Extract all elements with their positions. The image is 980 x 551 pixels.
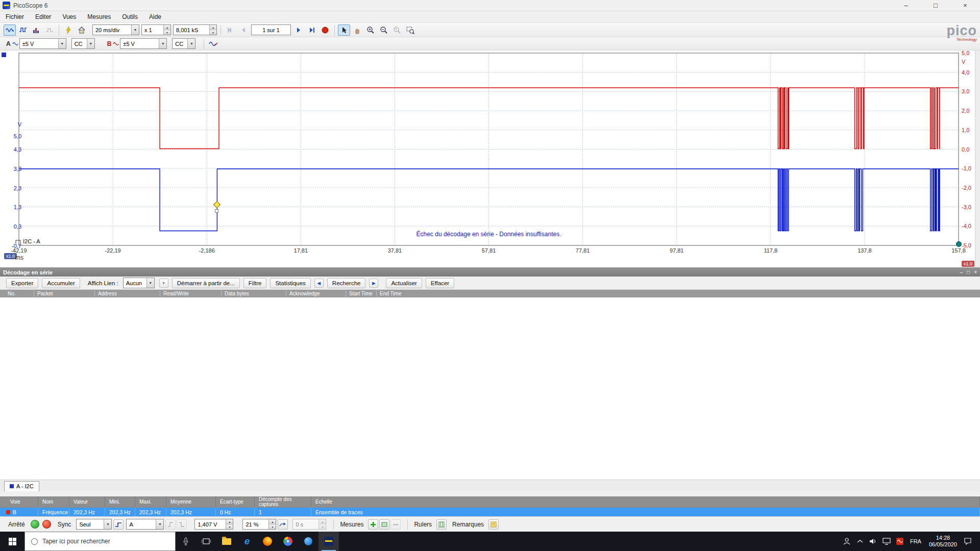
delete-measure-icon[interactable] [390, 519, 401, 530]
buffer-next-icon[interactable] [292, 24, 305, 36]
spectrum-view-icon[interactable] [30, 24, 42, 36]
channel-a-coupling-select[interactable]: CC ▼ [71, 38, 95, 49]
start-button[interactable] [0, 532, 24, 551]
edit-measure-icon[interactable] [379, 519, 389, 530]
col-readwrite[interactable]: Read/Write [160, 291, 221, 296]
scope-view[interactable]: Échec du décodage en série - Données ins… [0, 51, 980, 267]
rulers-icon[interactable] [436, 519, 447, 530]
col-starttime[interactable]: Start Time [346, 291, 376, 296]
spin-up-icon[interactable]: ▲ [269, 519, 276, 524]
buffer-last-icon[interactable] [306, 24, 318, 36]
col-voie[interactable]: Voie [0, 496, 38, 508]
col-databytes[interactable]: Data bytes [221, 291, 286, 296]
buffer-prev-icon[interactable] [237, 24, 250, 36]
scope-view-icon[interactable] [4, 24, 16, 36]
col-endtime[interactable]: End Time [376, 291, 980, 296]
col-no[interactable]: No. [0, 291, 34, 296]
add-measure-icon[interactable] [368, 519, 378, 530]
edge-icon[interactable]: e [237, 532, 257, 551]
language-indicator[interactable]: FRA [908, 538, 924, 544]
channel-b-range-select[interactable]: ±5 V ▼ [120, 38, 167, 49]
close-button[interactable]: × [950, 0, 980, 11]
channel-a-range-select[interactable]: ±5 V ▼ [19, 38, 66, 49]
menu-outils[interactable]: Outils [116, 12, 143, 22]
spin-down-icon[interactable]: ▼ [319, 524, 326, 529]
channel-a-axis-marker[interactable] [2, 53, 6, 57]
hand-tool-icon[interactable] [351, 24, 363, 36]
spin-down-icon[interactable]: ▼ [210, 30, 216, 35]
picoscope-tray-icon[interactable] [894, 534, 905, 548]
buffer-index-field[interactable]: 1 sur 1 [251, 24, 291, 35]
timebase-select[interactable]: 20 ms/div ▼ [92, 24, 139, 35]
tab-a-i2c[interactable]: A - I2C [4, 481, 39, 491]
persistence-view-icon[interactable] [43, 24, 56, 36]
chevron-up-icon[interactable] [854, 534, 866, 548]
col-ecart-type[interactable]: Écart-type [216, 496, 255, 508]
channel-b-coupling-select[interactable]: CC ▼ [172, 38, 195, 49]
col-valeur[interactable]: Valeur [69, 496, 105, 508]
col-acknowledge[interactable]: Acknowledge [286, 291, 346, 296]
menu-editer[interactable]: Editer [30, 12, 57, 22]
col-nom[interactable]: Nom [38, 496, 69, 508]
undo-zoom-icon[interactable] [391, 24, 403, 36]
decode-table-body[interactable] [0, 297, 980, 480]
panel-minimize-icon[interactable]: – [960, 269, 963, 275]
statistics-button[interactable]: Statistiques [270, 278, 310, 288]
trigger-delay-stepper[interactable]: 0 s ▲▼ [292, 519, 326, 530]
menu-fichier[interactable]: Fichier [0, 12, 30, 22]
col-packet[interactable]: Packet [34, 291, 94, 296]
search-next-icon[interactable]: ▶ [369, 279, 378, 288]
zoom-out-icon[interactable] [378, 24, 390, 36]
task-view-icon[interactable] [196, 532, 216, 551]
trigger-arrow-icon[interactable] [278, 519, 288, 530]
menu-vues[interactable]: Vues [57, 12, 82, 22]
people-icon[interactable] [841, 534, 852, 548]
clear-button[interactable]: Effacer [426, 278, 454, 288]
signal-generator-icon[interactable] [207, 38, 219, 49]
file-explorer-icon[interactable] [216, 532, 237, 551]
trigger-handle[interactable] [215, 209, 218, 213]
samples-stepper[interactable]: 8,001 kS ▲▼ [173, 24, 217, 35]
menu-aide[interactable]: Aide [143, 12, 167, 22]
spin-down-icon[interactable]: ▼ [164, 30, 170, 35]
col-mini[interactable]: Mini. [105, 496, 135, 508]
buffer-first-icon[interactable] [224, 24, 236, 36]
spin-up-icon[interactable]: ▲ [226, 519, 233, 524]
col-address[interactable]: Address [94, 291, 160, 296]
pretrigger-stepper[interactable]: 21 % ▲▼ [242, 519, 276, 530]
advanced-trigger-icon[interactable] [113, 519, 124, 530]
home-icon[interactable] [76, 24, 88, 36]
spin-down-icon[interactable]: ▼ [269, 524, 276, 529]
spin-down-icon[interactable]: ▼ [226, 524, 233, 529]
falling-edge-icon[interactable] [177, 519, 187, 530]
trigger-level-stepper[interactable]: 1,407 V ▲▼ [194, 519, 233, 530]
zoom-factor-stepper[interactable]: x 1 ▲▼ [141, 24, 171, 35]
spin-up-icon[interactable]: ▲ [210, 25, 216, 30]
menu-mesures[interactable]: Mesures [82, 12, 116, 22]
firefox-icon[interactable] [257, 532, 278, 551]
search-button[interactable]: Recherche [327, 278, 366, 288]
taskbar-search-input[interactable]: Taper ici pour rechercher [24, 532, 176, 551]
start-capture-icon[interactable] [31, 520, 39, 529]
marquee-zoom-icon[interactable] [404, 24, 416, 36]
spin-up-icon[interactable]: ▲ [319, 519, 326, 524]
trigger-mode-select[interactable]: Seul ▼ [76, 519, 112, 530]
chrome-icon[interactable] [278, 532, 298, 551]
col-moyenne[interactable]: Moyenne [166, 496, 216, 508]
notes-icon[interactable] [488, 519, 499, 530]
rising-edge-icon[interactable] [165, 519, 176, 530]
link-select[interactable]: Aucun ▼ [123, 278, 155, 288]
add-link-button[interactable]: + [159, 279, 168, 288]
picoscope-taskbar-icon[interactable] [318, 532, 339, 551]
buffer-overview-icon[interactable] [319, 24, 331, 36]
spin-up-icon[interactable]: ▲ [164, 25, 170, 30]
app-icon[interactable] [298, 532, 318, 551]
auto-setup-icon[interactable] [62, 24, 75, 36]
scope-scrollbar[interactable] [975, 51, 980, 267]
cursor-tool-icon[interactable] [338, 24, 350, 36]
action-center-icon[interactable] [962, 534, 973, 548]
dictation-mic-icon[interactable] [176, 532, 196, 551]
accumulate-button[interactable]: Accumuler [42, 278, 80, 288]
col-echelle[interactable]: Echelle [311, 496, 980, 508]
panel-close-icon[interactable]: × [974, 269, 977, 275]
